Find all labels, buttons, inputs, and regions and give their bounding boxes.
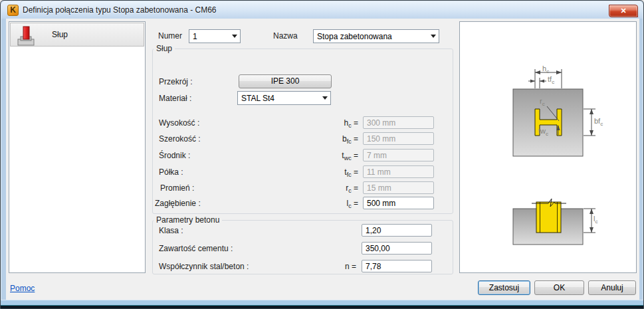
rc-dim-label: rc <box>540 97 545 107</box>
chevron-down-icon <box>431 35 436 38</box>
przekroj-button[interactable]: IPE 300 <box>239 74 332 88</box>
column-footing-icon <box>16 25 36 47</box>
lc-input[interactable] <box>363 197 434 209</box>
nazwa-value: Stopa zabetonowana <box>317 32 392 41</box>
list-item-label: Słup <box>52 30 68 39</box>
bfc-dim-label: bfc <box>594 117 603 127</box>
chevron-down-icon <box>232 35 237 38</box>
n-symbol: n = <box>318 262 356 271</box>
column-section-diagram <box>460 22 636 272</box>
promien-label: Promień : <box>160 183 194 193</box>
przekroj-label: Przekrój : <box>159 77 193 86</box>
close-button[interactable]: ✕ <box>609 5 638 17</box>
lc-dim-label: lc <box>593 215 597 225</box>
nazwa-combobox[interactable]: Stopa zabetonowana <box>313 29 439 43</box>
dialog-window: K Definicja połączenia typu Stopa zabeto… <box>0 0 644 309</box>
lc-symbol: lc = <box>320 199 358 209</box>
rc-input <box>363 181 434 194</box>
tfc-input <box>363 165 434 178</box>
szerokosc-label: Szerokość : <box>159 134 201 144</box>
zawartosc-input[interactable] <box>362 242 432 255</box>
twc-dim-label: twc <box>538 127 548 137</box>
wysokosc-label: Wysokość : <box>159 118 199 128</box>
slup-group-title: Słup <box>154 44 175 53</box>
nazwa-label: Nazwa <box>273 31 298 41</box>
bfc-input <box>363 132 434 145</box>
list-item-slup[interactable]: Słup <box>10 23 144 47</box>
numer-label: Numer <box>158 31 182 41</box>
klasa-label: Klasa : <box>159 226 183 235</box>
window-title: Definicja połączenia typu Stopa zabetono… <box>23 5 217 15</box>
numer-value: 1 <box>193 32 197 41</box>
zaglebienie-label: Zagłębienie : <box>155 199 201 208</box>
polka-label: Półka : <box>159 167 183 177</box>
bfc-symbol: bfc = <box>320 134 358 145</box>
tfc-symbol: tfc = <box>320 167 358 178</box>
rc-symbol: rc = <box>320 183 358 194</box>
hc-dim-label: hc <box>542 64 549 74</box>
klasa-input[interactable] <box>362 224 432 237</box>
title-bar[interactable]: K Definicja połączenia typu Stopa zabeto… <box>1 1 643 19</box>
cancel-button[interactable]: Anuluj <box>588 280 636 295</box>
ok-button[interactable]: OK <box>534 280 584 295</box>
beton-group-title: Parametry betonu <box>154 215 222 225</box>
app-icon: K <box>7 5 19 16</box>
connection-elements-list[interactable]: Słup <box>9 21 146 273</box>
wspolczynnik-label: Współczynnik stal/beton : <box>159 262 249 271</box>
material-label: Materiał : <box>159 94 191 103</box>
hc-input <box>363 116 434 129</box>
window-bottom-frame <box>1 300 643 308</box>
tfc-dim-label: tfc <box>548 75 554 85</box>
zawartosc-label: Zawartość cementu : <box>159 244 233 253</box>
material-value: STAL St4 <box>241 94 274 103</box>
twc-input <box>363 149 434 161</box>
material-combobox[interactable]: STAL St4 <box>237 91 331 105</box>
chevron-down-icon <box>322 96 328 100</box>
numer-combobox[interactable]: 1 <box>189 29 241 43</box>
hc-symbol: hc = <box>320 118 358 129</box>
srodnik-label: Środnik : <box>159 151 190 160</box>
n-input[interactable] <box>362 260 432 272</box>
apply-button[interactable]: Zastosuj <box>478 280 530 295</box>
help-link[interactable]: Pomoc <box>10 284 35 293</box>
section-preview-panel: hc tfc rc twc bfc lc <box>459 21 637 273</box>
twc-symbol: twc = <box>320 151 358 161</box>
